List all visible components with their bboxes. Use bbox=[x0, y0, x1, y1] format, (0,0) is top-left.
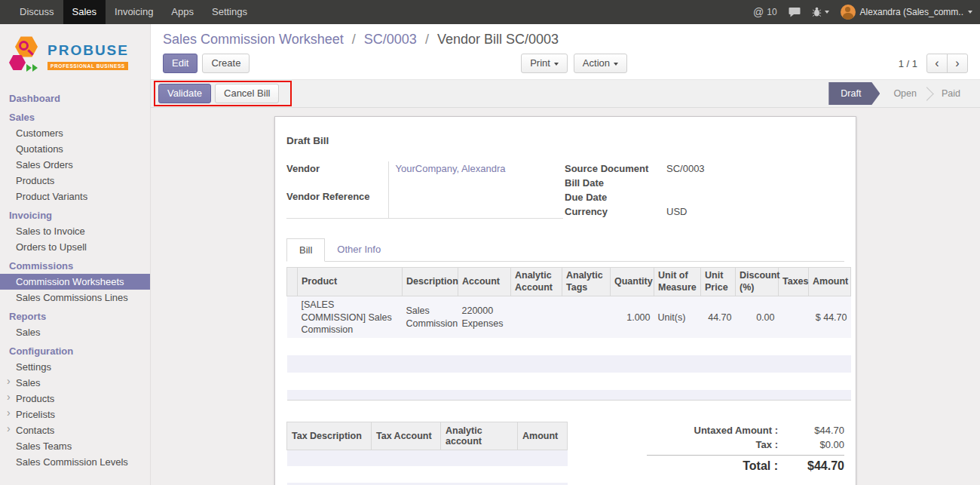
bug-icon bbox=[812, 7, 822, 17]
column-header-discount[interactable]: Discount (%) bbox=[736, 268, 779, 296]
column-header-description[interactable]: Description bbox=[403, 268, 458, 296]
tax-header-row: Tax Description Tax Account Analytic acc… bbox=[287, 422, 568, 450]
column-header-analytic-tags[interactable]: Analytic Tags bbox=[562, 268, 611, 296]
nav-sales[interactable]: Sales bbox=[63, 0, 106, 24]
sidebar-section-dashboard[interactable]: Dashboard bbox=[0, 90, 150, 106]
topbar-right: @ 10 Alexandra (Sales_comm.. bbox=[753, 0, 980, 24]
status-step-draft[interactable]: Draft bbox=[828, 82, 880, 105]
empty-line-row bbox=[287, 338, 851, 355]
mention-count: 10 bbox=[767, 7, 776, 17]
nav-settings[interactable]: Settings bbox=[203, 0, 256, 24]
column-header-handle bbox=[287, 268, 298, 296]
secondary-menu: Dashboard Sales Customers Quotations Sal… bbox=[0, 90, 150, 470]
empty-line-row bbox=[287, 373, 851, 390]
logo-hexagons-icon bbox=[8, 34, 42, 78]
cell-analytic-account bbox=[511, 296, 562, 338]
breadcrumb-separator: / bbox=[352, 32, 356, 47]
pager-previous-button[interactable]: ‹ bbox=[926, 54, 948, 73]
source-document-label: Source Document bbox=[565, 161, 666, 176]
caret-down-icon bbox=[968, 11, 972, 14]
user-menu[interactable]: Alexandra (Sales_comm.. bbox=[841, 5, 972, 20]
column-header-unit-of-measure[interactable]: Unit of Measure bbox=[654, 268, 701, 296]
sidebar-section-configuration[interactable]: Configuration bbox=[0, 342, 150, 359]
column-header-analytic-account[interactable]: Analytic Account bbox=[511, 268, 562, 296]
cell-amount: $ 44.70 bbox=[809, 296, 851, 338]
top-menu-bar: Discuss Sales Invoicing Apps Settings bbox=[0, 0, 256, 24]
tax-row: Tax : $0.00 bbox=[647, 437, 844, 452]
sidebar-section-invoicing[interactable]: Invoicing bbox=[0, 207, 150, 223]
chat-bubble-icon bbox=[789, 7, 801, 17]
print-menu-button[interactable]: Print bbox=[521, 54, 568, 73]
tax-value: $0.00 bbox=[792, 439, 844, 450]
nav-discuss[interactable]: Discuss bbox=[11, 0, 63, 24]
column-header-amount[interactable]: Amount bbox=[809, 268, 851, 296]
vendor-label: Vendor bbox=[286, 161, 388, 189]
sidebar-item-config-contacts[interactable]: ›Contacts bbox=[0, 422, 150, 438]
expand-arrow-icon: › bbox=[7, 407, 11, 419]
breadcrumb-record-link[interactable]: SC/0003 bbox=[364, 32, 417, 47]
column-header-tax-description: Tax Description bbox=[287, 422, 372, 450]
tab-other-info[interactable]: Other Info bbox=[325, 238, 393, 262]
sidebar-item-config-products[interactable]: ›Products bbox=[0, 391, 150, 407]
tax-and-totals: Tax Description Tax Account Analytic acc… bbox=[286, 422, 844, 485]
create-button[interactable]: Create bbox=[202, 54, 250, 73]
nav-apps[interactable]: Apps bbox=[162, 0, 203, 24]
at-icon: @ bbox=[753, 6, 764, 18]
sidebar-section-commissions[interactable]: Commissions bbox=[0, 257, 150, 274]
due-date-label: Due Date bbox=[565, 190, 666, 204]
sidebar-item-customers[interactable]: Customers bbox=[0, 125, 150, 141]
form-sheet: Draft Bill Vendor YourCompany, Alexandra… bbox=[274, 116, 856, 485]
column-header-unit-price[interactable]: Unit Price bbox=[701, 268, 736, 296]
tax-label: Tax : bbox=[647, 439, 792, 450]
column-header-taxes[interactable]: Taxes bbox=[779, 268, 809, 296]
sidebar-item-config-sales[interactable]: ›Sales bbox=[0, 375, 150, 391]
total-row: Total : $44.70 bbox=[647, 455, 844, 474]
status-steps: Draft Open Paid bbox=[828, 82, 972, 105]
cell-taxes bbox=[779, 296, 809, 338]
cell-unit-price: 44.70 bbox=[701, 296, 736, 338]
action-menu-button[interactable]: Action bbox=[574, 54, 627, 73]
sidebar-item-config-pricelists[interactable]: ›Pricelists bbox=[0, 407, 150, 422]
debug-menu-button[interactable] bbox=[812, 7, 829, 17]
sidebar-item-sales-commission-levels[interactable]: Sales Commission Levels bbox=[0, 454, 150, 470]
expand-arrow-icon: › bbox=[7, 423, 11, 434]
sidebar-item-settings[interactable]: Settings bbox=[0, 359, 150, 375]
sidebar-item-quotations[interactable]: Quotations bbox=[0, 141, 150, 157]
pager-next-button[interactable]: › bbox=[947, 54, 968, 73]
probuse-logo[interactable]: PROBUSE PROFESSIONAL BUSINESS bbox=[0, 24, 150, 87]
invoice-line-row[interactable]: [SALES COMMISSION] Sales Commission Sale… bbox=[287, 296, 851, 338]
sidebar-section-sales[interactable]: Sales bbox=[0, 109, 150, 125]
mentions-button[interactable]: @ 10 bbox=[753, 6, 777, 18]
breadcrumb-worksheet-link[interactable]: Sales Commission Worksheet bbox=[163, 32, 344, 47]
status-step-paid[interactable]: Paid bbox=[929, 82, 972, 105]
cancel-bill-button[interactable]: Cancel Bill bbox=[215, 84, 279, 103]
sidebar: PROBUSE PROFESSIONAL BUSINESS Dashboard … bbox=[0, 24, 151, 485]
edit-button[interactable]: Edit bbox=[163, 54, 198, 73]
sidebar-item-commission-worksheets[interactable]: Commission Worksheets bbox=[0, 274, 150, 290]
tab-bill[interactable]: Bill bbox=[286, 238, 325, 262]
sidebar-item-products[interactable]: Products bbox=[0, 173, 150, 189]
sidebar-item-sales-to-invoice[interactable]: Sales to Invoice bbox=[0, 223, 150, 239]
column-header-account[interactable]: Account bbox=[458, 268, 511, 296]
vendor-link[interactable]: YourCompany, Alexandra bbox=[396, 163, 506, 174]
bill-date-value bbox=[666, 176, 844, 190]
vendor-reference-value bbox=[388, 189, 563, 218]
currency-value: USD bbox=[666, 204, 844, 219]
sidebar-item-sales-orders[interactable]: Sales Orders bbox=[0, 157, 150, 173]
cell-unit-of-measure: Unit(s) bbox=[654, 296, 701, 338]
sidebar-item-reports-sales[interactable]: Sales bbox=[0, 324, 150, 340]
untaxed-amount-value: $44.70 bbox=[792, 425, 844, 436]
sidebar-section-reports[interactable]: Reports bbox=[0, 308, 150, 324]
bill-state-title: Draft Bill bbox=[286, 135, 844, 146]
sidebar-item-sales-teams[interactable]: Sales Teams bbox=[0, 438, 150, 454]
sidebar-item-product-variants[interactable]: Product Variants bbox=[0, 189, 150, 204]
sidebar-item-orders-to-upsell[interactable]: Orders to Upsell bbox=[0, 239, 150, 255]
caret-down-icon bbox=[554, 63, 559, 66]
column-header-quantity[interactable]: Quantity bbox=[611, 268, 654, 296]
nav-invoicing[interactable]: Invoicing bbox=[106, 0, 162, 24]
sidebar-item-sales-commissions-lines[interactable]: Sales Commissions Lines bbox=[0, 290, 150, 305]
messages-button[interactable] bbox=[789, 7, 801, 17]
breadcrumb-separator: / bbox=[425, 32, 429, 47]
validate-button[interactable]: Validate bbox=[158, 84, 211, 103]
column-header-product[interactable]: Product bbox=[298, 268, 403, 296]
